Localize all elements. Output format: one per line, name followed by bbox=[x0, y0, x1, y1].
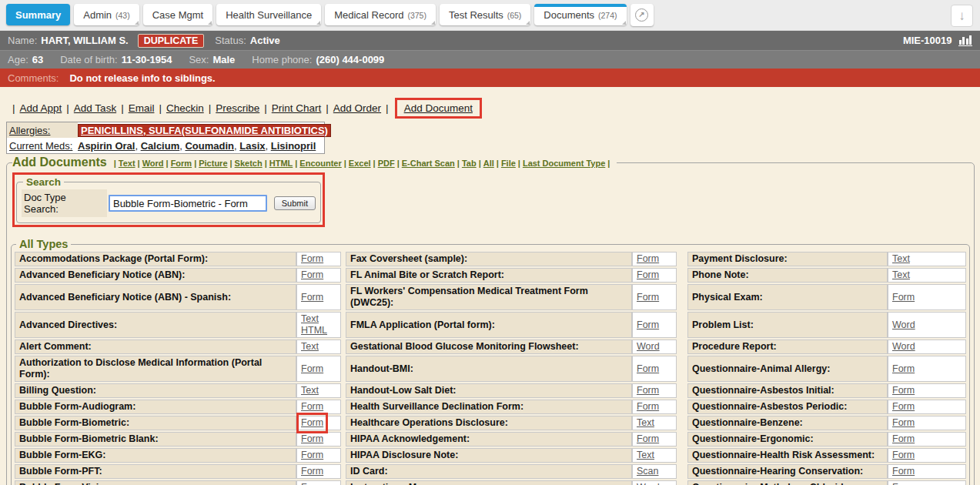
separator: , bbox=[266, 140, 271, 152]
doc-types-table: Accommodations Package (Portal Form):For… bbox=[15, 250, 966, 485]
submit-button[interactable]: Submit bbox=[274, 196, 316, 210]
form-doc-link[interactable]: Form bbox=[892, 417, 915, 429]
form-doc-link[interactable]: Form bbox=[301, 292, 323, 303]
print-chart-link[interactable]: Print Chart bbox=[272, 102, 322, 114]
add-order-link[interactable]: Add Order bbox=[333, 102, 381, 114]
form-doc-link[interactable]: Form bbox=[637, 363, 659, 375]
doc-type-link-cell: Word bbox=[888, 312, 966, 338]
word-doc-link[interactable]: Word bbox=[892, 341, 915, 353]
form-doc-link[interactable]: Form bbox=[301, 482, 323, 485]
form-doc-link[interactable]: Form bbox=[301, 253, 323, 265]
form-doc-link[interactable]: Form bbox=[301, 401, 323, 413]
tab-dropdown-notch bbox=[316, 21, 320, 25]
text-doc-link[interactable]: Text bbox=[892, 253, 910, 265]
form-doc-link[interactable]: Form bbox=[637, 433, 659, 445]
form-doc-link[interactable]: Form bbox=[892, 433, 915, 445]
tab-label: Case Mgmt bbox=[152, 9, 203, 21]
form-doc-link[interactable]: Form bbox=[301, 466, 323, 477]
quick-link-word[interactable]: Word bbox=[142, 159, 164, 168]
form-doc-link[interactable]: Form bbox=[301, 450, 323, 461]
med-link[interactable]: Coumadin bbox=[185, 140, 234, 152]
text-doc-link[interactable]: Text bbox=[301, 313, 336, 325]
documents-popout-button[interactable]: ↗ bbox=[630, 4, 654, 26]
doc-type-link-cell: Form bbox=[632, 268, 677, 283]
form-doc-link[interactable]: Form bbox=[892, 292, 915, 303]
quick-link-form[interactable]: Form bbox=[171, 159, 192, 168]
quick-link-tab[interactable]: Tab bbox=[462, 159, 477, 168]
tab-health-surveillance[interactable]: Health Surveillance bbox=[216, 4, 321, 25]
text-doc-link[interactable]: Text bbox=[301, 385, 319, 396]
form-doc-link[interactable]: Form bbox=[892, 482, 915, 485]
form-doc-link[interactable]: Form bbox=[892, 450, 915, 461]
quick-link-pdf[interactable]: PDF bbox=[378, 159, 395, 168]
separator: | bbox=[386, 102, 389, 114]
form-doc-link[interactable]: Form bbox=[637, 292, 659, 303]
tab-documents[interactable]: Documents (274) bbox=[534, 4, 626, 25]
quick-link-all[interactable]: All bbox=[483, 159, 494, 168]
quick-link-sketch[interactable]: Sketch bbox=[235, 159, 263, 168]
tab-count: (65) bbox=[505, 11, 522, 20]
scan-doc-link[interactable]: Scan bbox=[637, 466, 659, 477]
quick-link-encounter[interactable]: Encounter bbox=[299, 159, 341, 168]
form-doc-link[interactable]: Form bbox=[892, 363, 915, 375]
duplicate-badge[interactable]: DUPLICATE bbox=[138, 34, 205, 48]
add-task-link[interactable]: Add Task bbox=[74, 102, 116, 114]
tab-test-results[interactable]: Test Results (65) bbox=[440, 4, 530, 25]
form-doc-link[interactable]: Form bbox=[301, 433, 323, 445]
tab-admin[interactable]: Admin (43) bbox=[74, 4, 139, 25]
quick-link-picture[interactable]: Picture bbox=[199, 159, 227, 168]
form-doc-link[interactable]: Form bbox=[637, 269, 659, 281]
tab-case-mgmt[interactable]: Case Mgmt bbox=[143, 4, 212, 25]
doc-type-label: Alert Comment: bbox=[15, 340, 296, 354]
add-document-link[interactable]: Add Document bbox=[404, 102, 473, 114]
current-meds-link[interactable]: Current Meds: bbox=[9, 140, 72, 152]
form-doc-link[interactable]: Form bbox=[892, 385, 915, 396]
med-link[interactable]: Lasix bbox=[239, 140, 265, 152]
text-doc-link[interactable]: Text bbox=[892, 269, 910, 281]
form-doc-link[interactable]: Form bbox=[892, 401, 915, 413]
med-link[interactable]: Lisinopril bbox=[271, 140, 316, 152]
word-doc-link[interactable]: Word bbox=[637, 482, 660, 485]
form-doc-link[interactable]: Form bbox=[637, 319, 659, 331]
email-link[interactable]: Email bbox=[129, 102, 155, 114]
form-doc-link[interactable]: Form bbox=[301, 417, 323, 429]
quick-link-html[interactable]: HTML bbox=[269, 159, 293, 168]
quick-link-excel[interactable]: Excel bbox=[349, 159, 371, 168]
doc-type-label: Health Surveillance Declination Form: bbox=[346, 400, 632, 414]
doc-type-label: FMLA Application (Portal form): bbox=[346, 312, 632, 338]
form-doc-link[interactable]: Form bbox=[301, 269, 323, 281]
word-doc-link[interactable]: Word bbox=[637, 341, 660, 353]
prescribe-link[interactable]: Prescribe bbox=[216, 102, 259, 114]
form-doc-link[interactable]: Form bbox=[637, 385, 659, 396]
quick-link-e-chart-scan[interactable]: E-Chart Scan bbox=[402, 159, 455, 168]
doc-type-label: Questionnaire-Benzene: bbox=[687, 416, 888, 430]
allergies-link[interactable]: Allergies: bbox=[9, 125, 50, 136]
phone-label: Home phone: bbox=[252, 54, 312, 65]
download-chart-button[interactable]: ↓ bbox=[951, 5, 973, 27]
html-doc-link[interactable]: HTML bbox=[301, 325, 336, 336]
add-appt-link[interactable]: Add Appt bbox=[20, 102, 62, 114]
tab-summary[interactable]: Summary bbox=[6, 4, 70, 25]
form-doc-link[interactable]: Form bbox=[637, 401, 659, 413]
quick-link-file[interactable]: File bbox=[501, 159, 516, 168]
doc-type-search-input[interactable] bbox=[109, 195, 267, 212]
allergy-list[interactable]: PENICILLINS, SULFA(SULFONAMIDE ANTIBIOTI… bbox=[78, 124, 331, 137]
form-doc-link[interactable]: Form bbox=[892, 466, 915, 477]
quick-link-last-document-type[interactable]: Last Document Type bbox=[523, 159, 605, 168]
flowsheet-chart-icon[interactable] bbox=[958, 35, 973, 46]
quick-link-text[interactable]: Text bbox=[119, 159, 135, 168]
patient-mrn: MIE-10019 bbox=[903, 35, 952, 46]
word-doc-link[interactable]: Word bbox=[892, 319, 915, 331]
tab-medical-record[interactable]: Medical Record (375) bbox=[325, 4, 436, 25]
separator: | bbox=[497, 159, 499, 168]
text-doc-link[interactable]: Text bbox=[637, 417, 654, 429]
text-doc-link[interactable]: Text bbox=[637, 450, 654, 461]
doc-type-link-cell: Text bbox=[632, 416, 677, 430]
med-link[interactable]: Calcium bbox=[141, 140, 180, 152]
med-link[interactable]: Aspirin Oral bbox=[78, 140, 135, 152]
checkin-link[interactable]: Checkin bbox=[166, 102, 204, 114]
form-doc-link[interactable]: Form bbox=[301, 363, 323, 375]
form-doc-link[interactable]: Form bbox=[637, 253, 659, 265]
column-gap bbox=[677, 432, 687, 447]
text-doc-link[interactable]: Text bbox=[301, 341, 319, 353]
